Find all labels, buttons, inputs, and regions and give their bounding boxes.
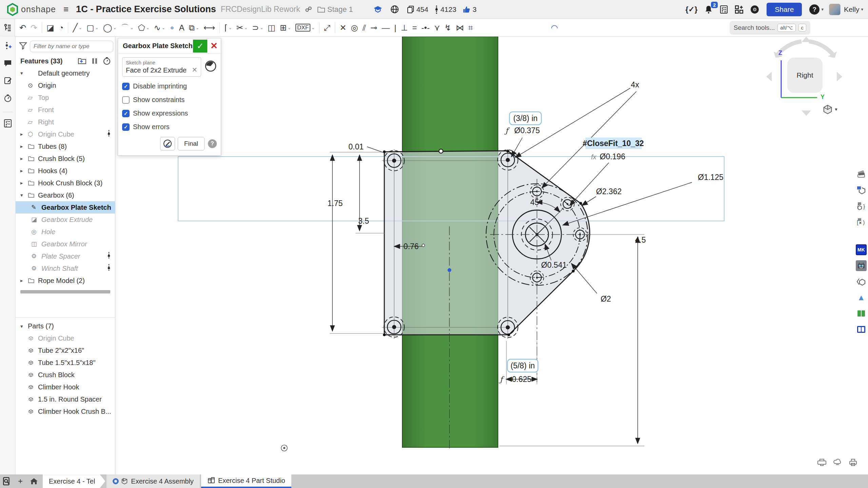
parallel-constraint-icon[interactable]: ⫽ <box>362 24 366 32</box>
feature-plane-front[interactable]: ▱ Front <box>16 104 115 116</box>
search-tabs-icon[interactable] <box>0 474 14 488</box>
user-avatar[interactable] <box>829 4 841 15</box>
redo-icon[interactable]: ↷ <box>31 24 37 32</box>
help-caret-icon[interactable]: ▾ <box>821 7 824 12</box>
tab-exercise-4-part-studio[interactable]: Exercise 4 Part Studio <box>201 474 291 488</box>
line-tool-caret-icon[interactable]: ⌄ <box>79 25 82 30</box>
viewcube-face-right[interactable]: Right <box>787 58 823 93</box>
featurescript-icon[interactable]: {✓} <box>686 5 698 14</box>
polygon-tool-caret-icon[interactable]: ⌄ <box>146 25 150 30</box>
sketch-plane-field[interactable]: Sketch plane Face of 2x2 Extrude ✕ <box>122 57 201 77</box>
notes-icon[interactable] <box>4 77 12 86</box>
user-name[interactable]: Kelly <box>844 5 860 14</box>
dim-angle-45[interactable]: 45° <box>530 198 542 207</box>
folder-crush-block[interactable]: ▸ Crush Block (5) <box>16 152 115 165</box>
closefit-expression[interactable]: #CloseFit_10_32 <box>583 139 644 148</box>
roll-arrows-icon[interactable] <box>766 37 844 58</box>
folder-hook-crush-block[interactable]: ▸ Hook Crush Block (3) <box>16 177 115 189</box>
sketch-view-button[interactable] <box>160 137 175 150</box>
fix-constraint-icon[interactable]: ⌗ <box>468 24 473 32</box>
feature-origin-cube[interactable]: ▸ ⬡ Origin Cube <box>16 128 115 140</box>
mkcad-app-icon[interactable]: MK <box>856 244 867 255</box>
feature-default-geometry[interactable]: ▾ Default geometry <box>16 67 115 79</box>
concentric-constraint-icon[interactable]: ◎ <box>351 24 358 32</box>
folder-rope-model[interactable]: ▸ Rope Model (2) <box>16 274 115 287</box>
feature-list-toggle-button[interactable] <box>0 19 15 37</box>
bracket-tool-icon[interactable]: [) <box>856 217 867 227</box>
checkbox-show-expressions[interactable]: ✓ Show expressions <box>122 109 217 117</box>
coincident-constraint-icon[interactable]: ✕ <box>340 24 346 32</box>
tab-exercise-4-assembly[interactable]: Exercise 4 Assembly <box>107 474 200 488</box>
cancel-button[interactable]: ✕ <box>207 40 221 53</box>
trim-tool-icon[interactable]: ✂ <box>236 24 243 32</box>
part-tube-15x15x18[interactable]: Tube 1.5"x1.5"x18" <box>16 357 115 369</box>
extrude-icon[interactable]: ◪ <box>46 24 54 32</box>
dim-dia-0196[interactable]: Ø0.196 <box>600 152 625 161</box>
apps-grid-icon[interactable] <box>735 5 744 14</box>
fillet-tool-caret-icon[interactable]: ⌄ <box>229 25 232 30</box>
filter-input[interactable] <box>30 41 113 52</box>
tasks-icon[interactable] <box>720 5 728 14</box>
final-button[interactable]: Final <box>178 137 205 150</box>
copies-stat[interactable]: 454 <box>407 5 428 14</box>
dim-0-76[interactable]: 0.76 <box>404 242 419 251</box>
dim-0-625[interactable]: 0.625 <box>512 375 532 384</box>
rollback-clock-icon[interactable] <box>103 57 111 65</box>
home-tab-button[interactable] <box>27 474 41 488</box>
plotter-icon[interactable] <box>817 458 827 468</box>
parts-section-header[interactable]: ▾ Parts (7) <box>16 318 115 332</box>
part-crush-block[interactable]: Crush Block <box>16 369 115 381</box>
spline-tool-caret-icon[interactable]: ⌄ <box>162 25 165 30</box>
peak-app-icon[interactable]: ▲ <box>856 292 867 303</box>
dxf-caret-icon[interactable]: ⌄ <box>311 25 315 30</box>
arc-tool-caret-icon[interactable]: ⌄ <box>130 25 134 30</box>
equal-constraint-icon[interactable]: = <box>412 24 417 32</box>
expand-caret-icon[interactable]: ▸ <box>20 131 28 137</box>
rotate-down-arrow[interactable] <box>802 110 811 116</box>
history-icon[interactable] <box>4 94 12 104</box>
dim-dia-1125[interactable]: Ø1.125 <box>698 173 723 182</box>
rollback-clock-icon[interactable] <box>205 60 217 74</box>
checkbox-show-constraints[interactable]: Show constraints <box>122 96 217 104</box>
pierce-constraint-icon[interactable]: ↯ <box>444 24 451 32</box>
version-dots-icon[interactable] <box>108 264 110 273</box>
learning-center-icon[interactable] <box>373 6 384 13</box>
use-project-tool-icon[interactable]: ⧉ <box>189 24 195 32</box>
feature-gearbox-extrude[interactable]: ◪ Gearbox Extrude <box>16 214 115 226</box>
part-round-spacer[interactable]: 1.5 in. Round Spacer <box>16 393 115 405</box>
feature-plane-right[interactable]: ▱ Right <box>16 116 115 128</box>
clear-selection-icon[interactable]: ✕ <box>192 66 197 74</box>
ai-assistant-icon[interactable]: ⚙ <box>750 5 759 14</box>
rectangle-tool-caret-icon[interactable]: ⌄ <box>95 25 99 30</box>
document-title[interactable]: 1C - Practice Exercise Solutions <box>76 4 216 15</box>
arc-tool-icon[interactable]: ⌒ <box>121 24 129 32</box>
selected-sketch-point[interactable] <box>448 268 451 272</box>
undo-icon[interactable]: ↶ <box>19 24 26 32</box>
feature-origin[interactable]: ⊙ Origin <box>16 79 115 92</box>
mirror-tool-icon[interactable]: ◫ <box>268 24 275 32</box>
measure-inspect-icon[interactable]: ⤢ <box>324 24 330 32</box>
symmetry-constraint-icon[interactable]: ⋈ <box>456 24 464 32</box>
view-options-caret-icon[interactable]: ▼ <box>834 107 838 112</box>
workspace-name[interactable]: FRCDesignLib Rework <box>221 5 300 14</box>
expand-caret-icon[interactable]: ▸ <box>20 143 28 149</box>
point-tool-icon[interactable]: ∘ <box>170 24 175 32</box>
part-tube-2x2x16[interactable]: Tube 2"x2"x16" <box>16 344 115 357</box>
polygon-tool-icon[interactable]: ⬠ <box>138 24 145 32</box>
collapse-caret-icon[interactable]: ▾ <box>20 323 28 329</box>
version-dots-icon[interactable] <box>108 251 110 261</box>
circle-tool-caret-icon[interactable]: ⌄ <box>113 25 117 30</box>
dimension-tool-icon[interactable]: ⟷ <box>204 24 215 32</box>
dim-dia-2362[interactable]: Ø2.362 <box>596 187 621 196</box>
user-menu-caret-icon[interactable]: ▾ <box>861 7 863 12</box>
dxf-import-icon[interactable]: DXF <box>295 24 310 32</box>
cloud-print-icon[interactable] <box>833 458 842 468</box>
public-globe-icon[interactable] <box>390 5 401 14</box>
versions-stat[interactable]: 4123 <box>435 5 457 14</box>
folder-gearbox[interactable]: ▾ Gearbox (6) <box>16 189 115 201</box>
view-options-cube[interactable]: ▼ <box>823 104 838 115</box>
model-canvas[interactable]: (3/8) in (5/8) in 0.01 1.75 3.5 0.76 4x … <box>0 37 868 474</box>
collapse-caret-icon[interactable]: ▾ <box>20 192 28 198</box>
conic-tool-icon[interactable]: ◠ <box>551 24 558 32</box>
normal-constraint-icon[interactable]: ⋎ <box>434 24 440 32</box>
